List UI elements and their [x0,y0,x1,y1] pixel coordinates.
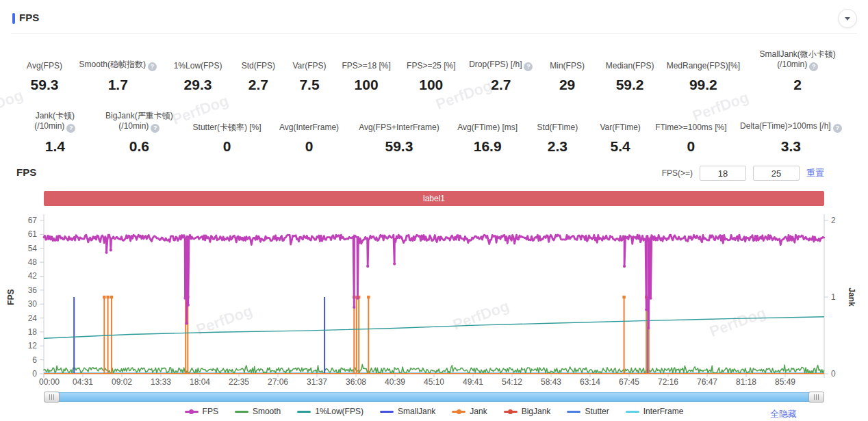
metric-var-ftime: Var(FTime)5.4 [589,101,652,155]
metric-value: 5.4 [611,138,630,155]
chart-range-scrollbar[interactable] [44,392,824,403]
legend-marker-icon [504,408,518,415]
svg-text:40:39: 40:39 [385,377,405,387]
metric-fps-25-%: FPS>=25 [%]100 [398,40,464,93]
metric-label: Avg(InterFrame) [279,123,339,133]
help-icon[interactable]: ? [809,62,818,71]
legend-item-1%low-fps-[interactable]: 1%Low(FPS) [297,407,363,416]
metric-var-fps: Var(FPS)7.5 [284,40,335,93]
metric-bigjank: BigJank(严重卡顿)(/10min)?0.6 [94,101,185,155]
metric-value: 2.3 [548,138,567,155]
svg-text:Jank: Jank [847,288,856,307]
metric-delta-ftime-100ms-h: Delta(FTime)>100ms [/h]?3.3 [730,101,852,155]
metric-drop-fps-h: Drop(FPS) [/h]?2.7 [464,40,537,93]
legend-marker-icon [380,408,394,415]
svg-text:0: 0 [831,369,836,379]
metric-smalljank: SmallJank(微小卡顿)(/10min)?2 [743,40,852,93]
fps-threshold-input-1[interactable] [700,166,746,181]
metric-label: Avg(FPS) [27,61,62,71]
svg-text:54: 54 [28,244,38,253]
metric-value: 1.4 [45,138,65,155]
metric-value: 100 [419,77,443,93]
svg-text:2: 2 [831,216,836,225]
legend-item-jank[interactable]: Jank [452,407,487,416]
svg-text:00:00: 00:00 [39,377,60,387]
svg-text:36:08: 36:08 [346,377,366,387]
metric-value: 59.3 [31,77,59,93]
svg-text:67: 67 [28,216,38,225]
svg-text:30: 30 [28,299,38,309]
svg-text:0: 0 [32,369,37,379]
svg-text:24: 24 [28,314,38,323]
metric-value: 0 [305,138,314,155]
help-icon[interactable]: ? [66,124,75,133]
reset-link[interactable]: 重置 [806,167,824,179]
metric-label: BigJank(严重卡顿)(/10min)? [105,111,173,133]
help-icon[interactable]: ? [151,124,159,133]
svg-text:1: 1 [831,292,836,302]
metric-value: 59.3 [385,138,413,155]
legend-marker-icon [185,408,199,415]
svg-text:09:02: 09:02 [112,377,132,387]
metric-label: Var(FTime) [600,123,640,133]
legend-item-interframe[interactable]: InterFrame [626,407,684,416]
svg-text:FPS: FPS [6,289,16,305]
collapse-button[interactable] [838,9,857,28]
metric-label: Var(FPS) [292,61,326,71]
svg-text:67:45: 67:45 [619,377,639,387]
metric-label: FPS>=25 [%] [407,61,455,71]
svg-text:49:41: 49:41 [463,377,483,387]
chevron-down-icon [845,17,850,21]
legend-marker-icon [626,408,639,415]
svg-text:04:31: 04:31 [73,377,93,387]
metric-value: 0 [223,138,231,155]
page-title: FPS [19,12,39,23]
metric-value: 0.6 [129,138,149,155]
svg-text:76:47: 76:47 [697,377,717,387]
metric-label: Std(FPS) [242,61,275,71]
metric-value: 29.3 [184,77,212,93]
svg-text:72:16: 72:16 [658,377,678,387]
legend-item-fps[interactable]: FPS [185,407,218,416]
chart-holder: 676154484236302418126021000:0004:3109:02… [0,205,868,390]
svg-text:27:06: 27:06 [268,377,288,387]
metric-value: 100 [355,77,379,93]
chart-legend: FPSSmooth1%Low(FPS)SmallJankJankBigJankS… [44,407,824,416]
legend-label: Stutter [585,407,609,416]
metric-value: 29 [559,77,575,93]
metric-label: Delta(FTime)>100ms [/h]? [740,121,842,133]
legend-item-smalljank[interactable]: SmallJank [380,407,435,416]
legend-item-smooth[interactable]: Smooth [235,407,281,416]
scrollbar-left-handle[interactable] [44,392,60,403]
metric-value: 99.2 [689,77,717,93]
svg-text:85:49: 85:49 [775,377,795,387]
metric-value: 2 [793,77,802,93]
hide-all-link[interactable]: 全隐藏 [770,408,797,420]
help-icon[interactable]: ? [833,124,842,133]
scrollbar-track[interactable] [44,392,824,402]
metric-median-fps: Median(FPS)59.2 [597,40,663,93]
metric-std-fps: Std(FPS)2.7 [233,40,285,93]
fps-panel: FPS Avg(FPS)59.3Smooth(稳帧指数)?1.71%Low(FP… [0,0,868,421]
help-icon[interactable]: ? [524,62,533,71]
help-icon[interactable]: ? [148,62,157,71]
legend-item-stutter[interactable]: Stutter [567,407,609,416]
metric-label: Jank(卡顿)(/10min)? [34,111,75,133]
metric-stutter-%: Stutter(卡顿率) [%]0 [185,101,269,155]
fps-threshold-input-2[interactable] [753,166,800,181]
scrollbar-right-handle[interactable] [808,392,824,403]
metric-label: 1%Low(FPS) [174,61,222,71]
fps-filter-bar: FPS(>=) 重置 [662,165,824,181]
legend-label: InterFrame [643,407,684,416]
svg-text:13:33: 13:33 [151,377,171,387]
svg-text:48: 48 [28,257,38,267]
svg-text:6: 6 [32,355,37,365]
metric-value: 59.2 [616,77,644,93]
metric-value: 0 [687,138,695,155]
metric-label: Drop(FPS) [/h]? [469,60,533,71]
fps-timeline-chart[interactable]: 676154484236302418126021000:0004:3109:02… [0,205,868,390]
legend-item-bigjank[interactable]: BigJank [504,407,551,416]
svg-text:58:43: 58:43 [541,377,561,387]
metric-label: FTime>=100ms [%] [655,123,726,133]
legend-marker-icon [297,408,311,415]
